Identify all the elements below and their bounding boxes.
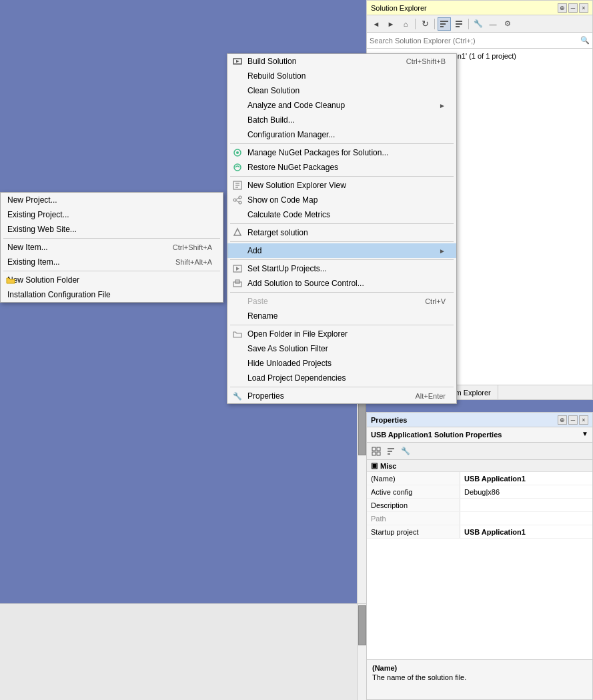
submenu-new-solution-folder[interactable]: New Solution Folder (1, 273, 223, 287)
properties-header-title: USB Application1 Solution Properties (371, 431, 502, 439)
show-code-map-label: Show on Code Map (247, 195, 318, 205)
menu-item-clean-solution[interactable]: Clean Solution (227, 83, 456, 98)
props-footer-name: (Name) (372, 664, 587, 672)
menu-item-rebuild-solution[interactable]: Rebuild Solution (227, 69, 456, 83)
minus-button[interactable]: — (486, 17, 500, 31)
properties-titlebar: Properties ⊕ ─ × (367, 413, 592, 427)
pin-button[interactable]: ⊕ (558, 3, 567, 13)
submenu-existing-item[interactable]: Existing Item... Shift+Alt+A (1, 255, 223, 269)
solution-explorer-titlebar: Solution Explorer ⊕ ─ × (367, 1, 592, 15)
collapse-section-icon[interactable]: ▣ (371, 461, 378, 470)
menu-item-load-project-deps[interactable]: Load Project Dependencies (227, 371, 456, 385)
configuration-manager-label: Configuration Manager... (247, 130, 335, 139)
open-folder-icon (231, 328, 243, 340)
search-input[interactable] (370, 37, 580, 45)
nuget-icon (231, 147, 243, 159)
props-row-startup: Startup project USB Application1 (367, 525, 592, 539)
menu-item-restore-nuget[interactable]: Restore NuGet Packages (227, 160, 456, 175)
props-key-description: Description (367, 499, 460, 511)
props-minimize-button[interactable]: ─ (568, 415, 578, 425)
menu-item-retarget[interactable]: Retarget solution (227, 225, 456, 240)
batch-build-label: Batch Build... (247, 115, 295, 125)
menu-item-save-solution-filter[interactable]: Save As Solution Filter (227, 341, 456, 356)
props-wrench-button[interactable]: 🔧 (399, 445, 412, 458)
submenu-existing-website[interactable]: Existing Web Site... (1, 222, 223, 237)
existing-item-label: Existing Item... (7, 257, 60, 267)
props-footer-desc: The name of the solution file. (372, 673, 587, 681)
menu-item-open-folder[interactable]: Open Folder in File Explorer (227, 327, 456, 341)
menu-item-paste: Paste Ctrl+V (227, 294, 456, 309)
rename-label: Rename (247, 311, 277, 321)
refresh-all-button[interactable]: ↻ (418, 17, 432, 31)
svg-rect-9 (377, 452, 380, 455)
calculate-metrics-label: Calculate Code Metrics (247, 210, 330, 219)
props-sort-button[interactable] (384, 445, 398, 458)
svg-point-24 (239, 201, 241, 204)
properties-shortcut: Alt+Enter (402, 392, 446, 400)
properties-panel: Properties ⊕ ─ × USB Application1 Soluti… (366, 412, 593, 700)
startup-icon (231, 263, 243, 275)
props-row-active-config: Active config Debug|x86 (367, 485, 592, 499)
section-misc-label: Misc (380, 462, 396, 470)
properties-toolbar: 🔧 (367, 443, 592, 460)
sep6 (230, 292, 454, 293)
back-button[interactable]: ◄ (370, 17, 383, 31)
close-panel-button[interactable]: × (579, 3, 588, 13)
menu-item-new-sol-view[interactable]: New Solution Explorer View (227, 178, 456, 193)
search-icon[interactable]: 🔍 (580, 36, 590, 45)
horizontal-scrollbar[interactable] (357, 604, 366, 700)
menu-item-configuration-manager[interactable]: Configuration Manager... (227, 127, 456, 142)
menu-item-calculate-metrics[interactable]: Calculate Code Metrics (227, 207, 456, 222)
add-label: Add (247, 246, 261, 255)
sep8 (230, 387, 454, 387)
existing-project-label: Existing Project... (7, 210, 69, 219)
submenu-installation-config[interactable]: Installation Configuration File (1, 287, 223, 302)
main-context-menu: Build Solution Ctrl+Shift+B Rebuild Solu… (227, 53, 457, 404)
svg-point-23 (239, 196, 241, 199)
new-solution-folder-label: New Solution Folder (7, 275, 79, 285)
menu-item-hide-unloaded[interactable]: Hide Unloaded Projects (227, 356, 456, 371)
vertical-scrollbar[interactable] (357, 400, 366, 603)
submenu-new-item[interactable]: New Item... Ctrl+Shift+A (1, 240, 223, 255)
minimize-button[interactable]: ─ (568, 3, 578, 13)
menu-item-rename[interactable]: Rename (227, 309, 456, 323)
scrollbar-thumb[interactable] (358, 605, 366, 645)
menu-item-build-solution[interactable]: Build Solution Ctrl+Shift+B (227, 54, 456, 69)
retarget-icon (231, 227, 243, 239)
svg-point-22 (233, 199, 236, 201)
svg-marker-29 (236, 267, 239, 271)
home-button[interactable]: ⌂ (399, 17, 412, 31)
settings-button[interactable]: ⚙ (501, 17, 514, 31)
installation-config-label: Installation Configuration File (7, 290, 111, 299)
properties-dropdown-arrow[interactable]: ▼ (582, 430, 588, 437)
menu-item-batch-build[interactable]: Batch Build... (227, 113, 456, 127)
solution-explorer-title: Solution Explorer (371, 4, 427, 12)
menu-item-add-source-control[interactable]: Add Solution to Source Control... (227, 276, 456, 291)
menu-item-analyze-code-cleanup[interactable]: Analyze and Code Cleanup ► (227, 98, 456, 113)
svg-rect-1 (440, 23, 446, 25)
wrench-toolbar-button[interactable]: 🔧 (472, 17, 485, 31)
svg-rect-30 (233, 282, 241, 287)
menu-item-properties[interactable]: 🔧 Properties Alt+Enter (227, 389, 456, 403)
props-close-button[interactable]: × (579, 415, 588, 425)
clean-solution-label: Clean Solution (247, 86, 300, 95)
save-solution-filter-label: Save As Solution Filter (247, 344, 328, 353)
menu-item-show-code-map[interactable]: Show on Code Map (227, 193, 456, 207)
submenu-new-project[interactable]: New Project... (1, 193, 223, 207)
forward-button[interactable]: ► (384, 17, 398, 31)
toolbar-sep2 (434, 19, 435, 29)
props-row-name: (Name) USB Application1 (367, 472, 592, 485)
props-grid-button[interactable] (370, 445, 383, 458)
submenu-add: New Project... Existing Project... Exist… (0, 192, 223, 303)
menu-item-add[interactable]: Add ► (227, 243, 456, 258)
properties-button[interactable] (452, 17, 466, 31)
new-item-shortcut: Ctrl+Shift+A (159, 243, 212, 251)
props-pin-button[interactable]: ⊕ (558, 415, 567, 425)
collapse-all-button[interactable] (438, 17, 451, 31)
menu-item-set-startup[interactable]: Set StartUp Projects... (227, 261, 456, 276)
menu-item-manage-nuget[interactable]: Manage NuGet Packages for Solution... (227, 145, 456, 160)
submenu-existing-project[interactable]: Existing Project... (1, 207, 223, 222)
props-key-startup: Startup project (367, 525, 460, 538)
props-value-path (460, 512, 592, 525)
v-scrollbar-thumb[interactable] (358, 402, 366, 455)
